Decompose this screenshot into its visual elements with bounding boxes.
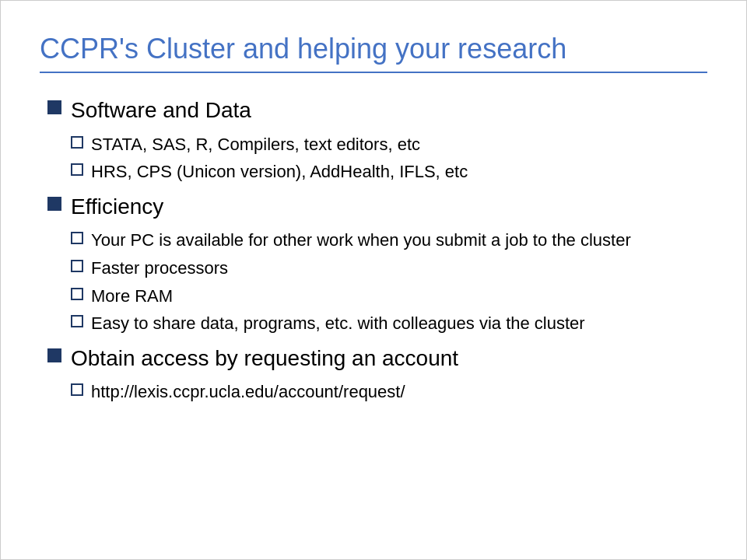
content-area: Software and Data STATA, SAS, R, Compile… (40, 96, 707, 404)
slide-title: CCPR's Cluster and helping your research (40, 32, 707, 73)
sub-item: http://lexis.ccpr.ucla.edu/account/reque… (71, 380, 707, 404)
section-efficiency: Efficiency Your PC is available for othe… (47, 193, 707, 335)
bullet-item-access: Obtain access by requesting an account (47, 345, 707, 373)
bullet-item-software: Software and Data (47, 96, 707, 124)
bullet-square-icon (47, 348, 61, 362)
sub-item: More RAM (71, 285, 707, 308)
sub-text: Easy to share data, programs, etc. with … (91, 312, 585, 335)
bullet-label-software: Software and Data (71, 96, 251, 124)
sub-text: Your PC is available for other work when… (91, 229, 631, 252)
sub-text: STATA, SAS, R, Compilers, text editors, … (91, 133, 420, 156)
sub-list-efficiency: Your PC is available for other work when… (71, 229, 707, 335)
sub-bullet-icon (71, 260, 83, 272)
bullet-label-access: Obtain access by requesting an account (71, 345, 458, 373)
sub-list-access: http://lexis.ccpr.ucla.edu/account/reque… (71, 380, 707, 404)
sub-bullet-icon (71, 383, 83, 396)
bullet-item-efficiency: Efficiency (47, 193, 707, 221)
sub-text: Faster processors (91, 257, 228, 280)
sub-item: STATA, SAS, R, Compilers, text editors, … (71, 133, 707, 156)
bullet-square-icon (47, 100, 61, 114)
bullet-label-efficiency: Efficiency (71, 193, 163, 221)
section-software: Software and Data STATA, SAS, R, Compile… (47, 96, 707, 184)
sub-item: Faster processors (71, 257, 707, 280)
section-access: Obtain access by requesting an account h… (47, 345, 707, 404)
sub-item: HRS, CPS (Unicon version), AddHealth, IF… (71, 160, 707, 184)
sub-bullet-icon (71, 232, 83, 244)
sub-bullet-icon (71, 315, 83, 327)
sub-text-url: http://lexis.ccpr.ucla.edu/account/reque… (91, 380, 405, 404)
slide: CCPR's Cluster and helping your research… (0, 0, 747, 560)
sub-list-software: STATA, SAS, R, Compilers, text editors, … (71, 133, 707, 184)
sub-item: Your PC is available for other work when… (71, 229, 707, 252)
bullet-square-icon (47, 197, 61, 211)
sub-bullet-icon (71, 136, 83, 149)
sub-text: More RAM (91, 285, 173, 308)
sub-text: HRS, CPS (Unicon version), AddHealth, IF… (91, 160, 468, 184)
sub-bullet-icon (71, 163, 83, 176)
sub-bullet-icon (71, 288, 83, 300)
sub-item: Easy to share data, programs, etc. with … (71, 312, 707, 335)
